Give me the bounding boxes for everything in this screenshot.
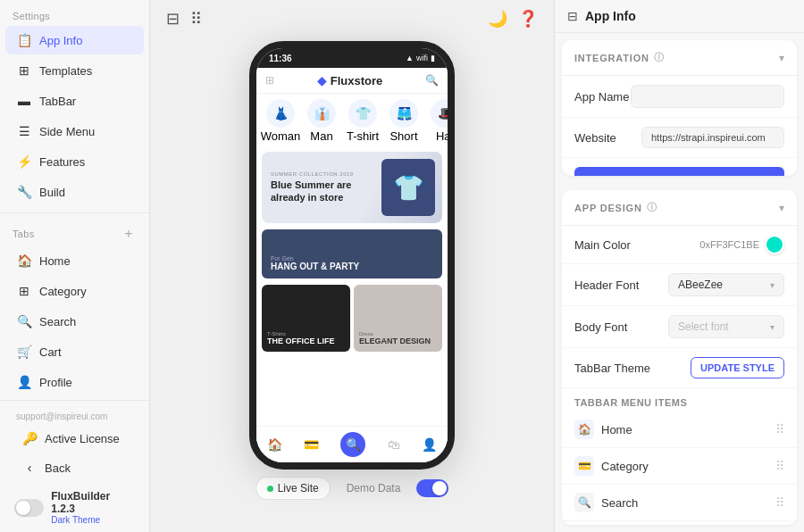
add-tab-button[interactable]: + (121, 226, 137, 242)
center-topbar: ⊟ ⠿ 🌙 ❓ (150, 0, 554, 37)
menu-search-icon: 🔍 (574, 493, 594, 512)
phone-tab-home[interactable]: 🏠 (267, 437, 282, 452)
right-panel: ⊟ App Info INTEGRATION ⓘ ▾ App Name Webs… (554, 0, 804, 532)
phone-notch: 11:36 ▲ wifi ▮ (256, 48, 448, 68)
sidebar-tab-cart[interactable]: 🛒 Cart (5, 337, 144, 366)
phone-tab-search-btn[interactable]: 🔍 (340, 432, 365, 457)
wizard-label: BUILDER WIZARD (640, 174, 733, 176)
menu-item-left-home: 🏠 Home (574, 420, 632, 439)
drag-handle-category[interactable]: ⠿ (775, 459, 784, 473)
sidebar-item-features[interactable]: ⚡ Features (5, 147, 144, 176)
menu-item-category: 💳 Category ⠿ (562, 448, 797, 485)
support-email: support@inspireui.com (5, 408, 144, 423)
banner3-title: THE OFFICE LIFE (267, 337, 345, 346)
phone-tab-profile[interactable]: 👤 (422, 437, 437, 452)
phone-logo: ◆ Fluxstore (317, 73, 383, 87)
active-license-button[interactable]: 🔑 Active License (11, 424, 138, 453)
sidebar-item-label: Templates (39, 64, 92, 78)
tab-label: Home (39, 254, 71, 268)
phone-cat-woman[interactable]: 👗 Woman (264, 99, 297, 143)
phone-cat-tshirt[interactable]: 👕 T-shirt (346, 99, 380, 143)
sidebar-item-app-info[interactable]: 📋 App Info (5, 26, 144, 54)
app-theme: Dark Theme (51, 515, 135, 525)
logo-diamond-icon: ◆ (317, 73, 327, 87)
app-design-chevron-icon[interactable]: ▾ (779, 202, 784, 214)
menu-item-left-search: 🔍 Search (574, 493, 638, 512)
topbar-left-icons: ⊟ ⠿ (166, 9, 202, 29)
builder-wizard-button[interactable]: ◆ BUILDER WIZARD (574, 167, 784, 176)
live-site-button[interactable]: Live Site (255, 477, 331, 500)
banner4-title: ELEGANT DESIGN (359, 337, 437, 346)
integration-title: INTEGRATION ⓘ (574, 51, 665, 64)
sidebar-tab-home[interactable]: 🏠 Home (5, 246, 144, 275)
sidebar-item-templates[interactable]: ⊞ Templates (5, 56, 144, 85)
header-font-value: ABeeZee (678, 278, 723, 291)
phone-search-icon: 🔍 (425, 74, 439, 87)
sidebar-item-side-menu[interactable]: ☰ Side Menu (5, 117, 144, 145)
header-font-select[interactable]: ABeeZee ▾ (668, 273, 784, 296)
hat-icon: 🎩 (431, 99, 448, 128)
menu-item-left-category: 💳 Category (574, 456, 649, 476)
integration-chevron-icon[interactable]: ▾ (779, 52, 784, 64)
tabbar-menu-items-label: TabBar Menu Items (562, 388, 797, 411)
menu-item-cart: 🛍 Cart ⠿ (562, 521, 797, 525)
header-font-field: Header Font ABeeZee ▾ (562, 264, 797, 306)
banner-image: 👕 (381, 159, 435, 216)
color-swatch[interactable] (765, 235, 784, 254)
sidebar-tab-category[interactable]: ⊞ Category (5, 277, 144, 305)
sidebar-toggle-icon[interactable]: ⊟ (166, 9, 180, 29)
cat-label: Hat (436, 129, 448, 143)
banner-tag: SUMMER COLLECTION 2019 (271, 171, 381, 177)
tab-label: Search (39, 315, 76, 328)
phone-tabbar: 🏠 💳 🔍 🛍 👤 (256, 426, 448, 462)
center-preview: ⊟ ⠿ 🌙 ❓ 11:36 ▲ wifi ▮ ⊞ ◆ Fluxstore 🔍 (150, 0, 554, 532)
phone-banner-2[interactable]: For Gen HANG OUT & PARTY (262, 229, 442, 278)
theme-toggle[interactable] (14, 499, 44, 517)
app-name-input[interactable] (631, 85, 784, 108)
phone-banner-main[interactable]: SUMMER COLLECTION 2019 Blue Summer are a… (262, 152, 442, 223)
phone-tab-cart[interactable]: 🛍 (388, 437, 400, 452)
update-style-button[interactable]: UPDATE STYLE (691, 357, 784, 378)
body-font-select[interactable]: Select font ▾ (668, 315, 784, 338)
sidebar-item-build[interactable]: 🔧 Build (5, 178, 144, 206)
live-demo-toggle[interactable] (416, 479, 448, 497)
app-design-section: APP DESIGN ⓘ ▾ Main Color 0xFF3FC1BE Hea… (562, 190, 797, 525)
phone-cat-short[interactable]: 🩳 Short (387, 99, 421, 143)
phone-cat-hat[interactable]: 🎩 Hat (428, 99, 448, 143)
phone-banner-4[interactable]: Dress ELEGANT DESIGN (354, 285, 442, 352)
color-hex-value: 0xFF3FC1BE (699, 239, 759, 250)
phone-time: 11:36 (269, 54, 292, 63)
integration-section: INTEGRATION ⓘ ▾ App Name Website ◆ BUILD… (562, 40, 797, 176)
sidebar-item-tabbar[interactable]: ▬ TabBar (5, 87, 144, 115)
sidebar-tab-profile[interactable]: 👤 Profile (5, 368, 144, 396)
sidebar-item-label: Features (39, 155, 85, 169)
phone-cat-man[interactable]: 👔 Man (305, 99, 339, 143)
app-design-title: APP DESIGN ⓘ (574, 201, 657, 214)
wizard-icon: ◆ (626, 174, 634, 176)
moon-icon[interactable]: 🌙 (488, 9, 507, 29)
back-button[interactable]: ‹ Back (11, 453, 138, 482)
sidebar-item-label: Side Menu (39, 125, 95, 138)
cart-icon: 🛒 (16, 344, 32, 360)
grid-icon[interactable]: ⠿ (190, 9, 202, 29)
drag-handle-search[interactable]: ⠿ (775, 495, 784, 510)
license-icon: 🔑 (21, 430, 38, 446)
sidebar-tab-search[interactable]: 🔍 Search (5, 307, 144, 336)
sidebar: Settings 📋 App Info ⊞ Templates ▬ TabBar… (0, 0, 150, 532)
phone-banner-3[interactable]: T-Shirts THE OFFICE LIFE (262, 285, 350, 352)
drag-handle-home[interactable]: ⠿ (775, 422, 784, 436)
phone-grid-icon: ⊞ (265, 74, 274, 87)
update-style-label: UPDATE STYLE (700, 362, 775, 373)
sidebar-item-label: App Info (39, 34, 82, 47)
phone-tab-category[interactable]: 💳 (304, 437, 319, 452)
cat-label: Short (389, 129, 417, 143)
website-input[interactable] (641, 127, 784, 148)
category-icon: ⊞ (16, 283, 32, 299)
topbar-right-icons: 🌙 ❓ (488, 9, 538, 29)
help-icon[interactable]: ❓ (518, 9, 538, 29)
cat-label: T-shirt (347, 129, 379, 143)
menu-category-label: Category (601, 460, 649, 473)
phone-logo-text: Fluxstore (331, 74, 383, 87)
sidebar-divider (0, 212, 149, 213)
demo-data-button[interactable]: Demo Data (339, 478, 408, 499)
